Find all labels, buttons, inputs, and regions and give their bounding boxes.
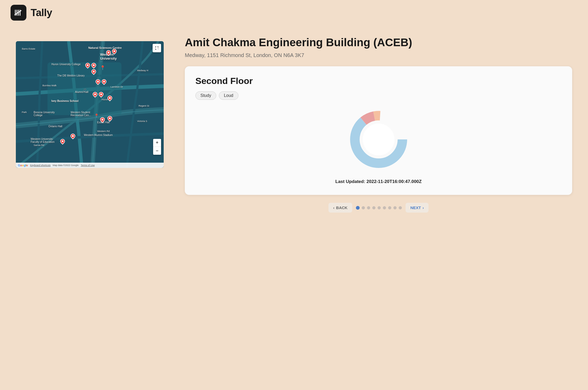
dot-3[interactable] (367, 206, 370, 209)
map-label-burnlea: Burnlea Walk (43, 84, 57, 87)
app-header: Tally (0, 0, 588, 25)
pagination-dots (356, 206, 402, 210)
floor-card: Second Floor Study Loud (185, 66, 572, 195)
dot-9[interactable] (399, 206, 402, 209)
map-label-western-rd: Western Rd (97, 130, 110, 133)
building-address: Medway, 1151 Richmond St, London, ON N6A… (185, 52, 572, 58)
back-chevron-icon: ‹ (333, 205, 335, 210)
building-title: Amit Chakma Engineering Building (ACEB) (185, 36, 572, 49)
keyboard-shortcuts[interactable]: Keyboard shortcuts (30, 164, 51, 167)
next-label: NEXT (410, 205, 421, 210)
map-label-stadium: Western Alumni Stadium (84, 134, 113, 137)
floor-title: Second Floor (195, 76, 562, 86)
map-label-ontario: Ontario Hall (48, 125, 62, 128)
map-label-williams: iliams Estate (22, 48, 35, 50)
dot-4[interactable] (372, 206, 375, 209)
map-background: Natural Sciences Centre WesternUniversit… (16, 41, 164, 168)
dot-8[interactable] (393, 206, 397, 209)
map-zoom-in[interactable]: + (153, 139, 161, 147)
chart-center (363, 124, 394, 155)
map-label-regent: Regent St (139, 105, 149, 107)
last-updated: Last Updated: 2022-11-20T16:00:47.000Z (195, 179, 562, 184)
dot-7[interactable] (388, 206, 391, 209)
map-label-huron: Huron University College (51, 63, 81, 66)
map-label-lambton: Lambton Dr (110, 86, 123, 88)
map-pin-3 (84, 62, 91, 68)
app-logo (11, 5, 26, 21)
map-pin-11 (99, 116, 106, 123)
map-label-weldon: The DB Weldon Library (57, 74, 85, 77)
svg-rect-5 (16, 41, 164, 168)
map-label-education: Western University:Faculty of Education (31, 138, 55, 143)
map-pin-8 (92, 91, 98, 97)
tag-loud[interactable]: Loud (219, 91, 238, 100)
map-roads-svg (16, 41, 164, 168)
floor-tags: Study Loud (195, 91, 562, 100)
next-button[interactable]: NEXT › (406, 203, 429, 213)
map-green-pin-1: 📍 (94, 114, 99, 118)
map-pin-7 (101, 78, 107, 85)
pagination: ‹ BACK NEXT › (185, 203, 572, 213)
map-label-ivey: Ivey Business School (51, 100, 78, 102)
map-container: Natural Sciences Centre WesternUniversit… (16, 41, 164, 168)
map-label-natural-sciences: Natural Sciences Centre (88, 46, 122, 49)
map-label-victoria: Victoria S (137, 120, 147, 123)
donut-chart-container (195, 108, 562, 171)
dot-2[interactable] (362, 206, 365, 209)
right-panel: Amit Chakma Engineering Building (ACEB) … (185, 31, 572, 213)
dot-1[interactable] (356, 206, 360, 210)
map-label-park: Park (22, 111, 27, 114)
brand-name: Tally (31, 7, 52, 18)
donut-chart (347, 108, 410, 171)
map-pin-2 (111, 48, 117, 54)
tag-study[interactable]: Study (195, 91, 216, 100)
terms-link[interactable]: Terms of Use (81, 164, 95, 167)
next-chevron-icon: › (422, 205, 424, 210)
map-pin-13 (69, 133, 76, 139)
map-data: Map data ©2022 Google (53, 164, 79, 167)
google-logo: Google (18, 164, 28, 167)
back-button[interactable]: ‹ BACK (328, 203, 352, 213)
map-zoom-out[interactable]: − (153, 147, 161, 155)
map-label-medway: Medway H (137, 69, 148, 72)
map-gray-pin-1: 📍 (100, 65, 105, 70)
map-pin-5 (90, 68, 97, 75)
map-pin-10 (106, 95, 113, 101)
map-pin-9 (98, 91, 104, 97)
map-label-sarnia: Sarnia Rd (34, 144, 44, 147)
dot-5[interactable] (378, 206, 381, 209)
map-zoom-controls: + − (153, 139, 161, 155)
dot-6[interactable] (383, 206, 386, 209)
map-pin-14 (59, 138, 66, 144)
map-gray-pin-2: 🎵 (82, 88, 87, 92)
map-expand-button[interactable] (153, 44, 161, 52)
map-pin-6 (95, 78, 101, 85)
map-pin-4 (90, 62, 97, 68)
map-label-brescia: Brescia UniversityCollege (34, 111, 55, 117)
map-footer: Google Keyboard shortcuts Map data ©2022… (16, 163, 164, 168)
main-content: Natural Sciences Centre WesternUniversit… (0, 25, 588, 223)
map-pin-1 (105, 49, 112, 56)
map-pin-12 (106, 115, 113, 121)
map-label-wrec: Western StudentRecreation Cen... (70, 111, 91, 117)
back-label: BACK (336, 205, 347, 210)
